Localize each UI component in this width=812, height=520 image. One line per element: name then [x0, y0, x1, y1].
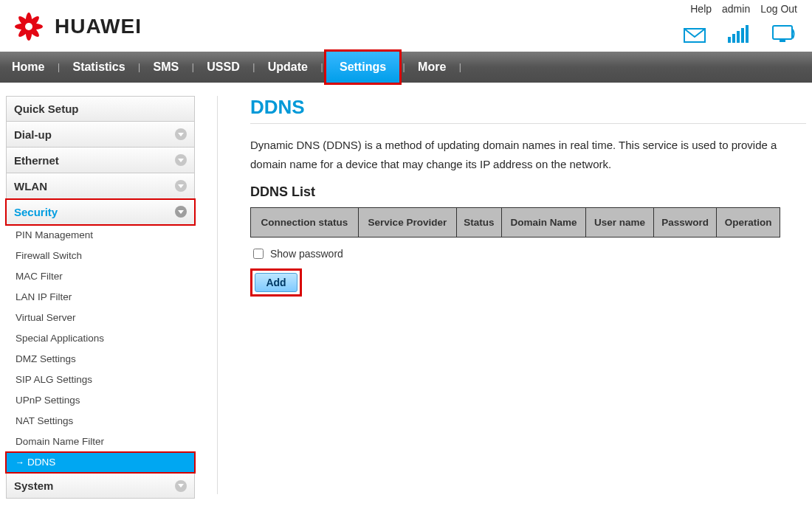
sidebar-cat-dial-up[interactable]: Dial-up [6, 122, 195, 148]
column-header: Status [457, 208, 501, 238]
nav-sms[interactable]: SMS [142, 52, 191, 83]
svg-rect-12 [780, 40, 785, 42]
monitor-icon [772, 25, 797, 45]
sidebar-item-domain-name-filter[interactable]: Domain Name Filter [6, 431, 195, 452]
svg-rect-8 [737, 31, 740, 43]
svg-rect-10 [746, 25, 749, 43]
signal-icon [728, 25, 750, 45]
svg-rect-9 [741, 28, 744, 43]
sidebar-item-special-applications[interactable]: Special Applications [6, 328, 195, 349]
sidebar-cat-quick-setup[interactable]: Quick Setup [6, 96, 195, 122]
column-header: Connection status [251, 208, 359, 238]
logout-link[interactable]: Log Out [760, 3, 797, 15]
sidebar-item-nat-settings[interactable]: NAT Settings [6, 411, 195, 431]
sidebar-item-dmz-settings[interactable]: DMZ Settings [6, 349, 195, 370]
nav-settings[interactable]: Settings [326, 52, 399, 83]
sidebar-item-mac-filter[interactable]: MAC Filter [6, 266, 195, 287]
chevron-down-icon [175, 154, 187, 166]
column-header: Operation [717, 208, 780, 238]
column-header: User name [586, 208, 653, 238]
content-area: DDNS Dynamic DNS (DDNS) is a method of u… [218, 96, 806, 499]
sidebar-cat-security[interactable]: Security [6, 199, 195, 225]
sidebar-item-sip-alg-settings[interactable]: SIP ALG Settings [6, 370, 195, 390]
nav-home[interactable]: Home [0, 52, 56, 83]
sidebar-cat-wlan[interactable]: WLAN [6, 173, 195, 199]
sidebar-item-label: Quick Setup [14, 103, 79, 115]
sidebar-item-label: Ethernet [14, 154, 59, 167]
sidebar: Quick Setup Dial-up Ethernet WLAN Securi… [6, 96, 195, 499]
nav-ussd[interactable]: USSD [195, 52, 251, 83]
svg-rect-7 [732, 34, 735, 43]
show-password-label: Show password [270, 248, 343, 260]
page-description: Dynamic DNS (DDNS) is a method of updati… [250, 136, 806, 174]
main-nav: Home| Statistics| SMS| USSD| Update| Set… [0, 52, 812, 83]
chevron-down-icon [175, 128, 187, 140]
svg-rect-6 [728, 37, 731, 43]
brand-name: HUAWEI [55, 15, 142, 38]
column-header: Domain Name [501, 208, 586, 238]
sidebar-item-virtual-server[interactable]: Virtual Server [6, 308, 195, 328]
column-header: Service Provider [358, 208, 456, 238]
sidebar-item-ddns[interactable]: DDNS [6, 452, 195, 473]
brand-logo-icon [9, 7, 49, 46]
sidebar-item-upnp-settings[interactable]: UPnP Settings [6, 390, 195, 411]
chevron-down-icon [175, 480, 187, 492]
sidebar-item-lan-ip-filter[interactable]: LAN IP Filter [6, 287, 195, 308]
add-button[interactable]: Add [255, 273, 297, 292]
svg-rect-11 [773, 26, 792, 39]
user-label: admin [722, 3, 750, 15]
column-header: Password [653, 208, 717, 238]
show-password-checkbox[interactable] [253, 249, 264, 259]
svg-point-4 [25, 23, 32, 30]
sidebar-item-pin-management[interactable]: PIN Management [6, 225, 195, 246]
chevron-down-icon [175, 180, 187, 192]
sidebar-cat-system[interactable]: System [6, 473, 195, 499]
section-title: DDNS List [250, 184, 806, 200]
sidebar-item-label: WLAN [14, 180, 47, 193]
mail-icon[interactable] [684, 28, 706, 45]
nav-statistics[interactable]: Statistics [61, 52, 137, 83]
ddns-table: Connection statusService ProviderStatusD… [250, 207, 780, 238]
sidebar-item-label: System [14, 479, 53, 492]
sidebar-item-label: Dial-up [14, 128, 52, 141]
nav-more[interactable]: More [406, 52, 458, 83]
page-title: DDNS [250, 96, 806, 119]
nav-update[interactable]: Update [256, 52, 320, 83]
sidebar-item-label: Security [14, 206, 58, 218]
chevron-down-icon [175, 206, 187, 218]
sidebar-item-firewall-switch[interactable]: Firewall Switch [6, 246, 195, 266]
help-link[interactable]: Help [690, 3, 712, 15]
sidebar-cat-ethernet[interactable]: Ethernet [6, 148, 195, 173]
